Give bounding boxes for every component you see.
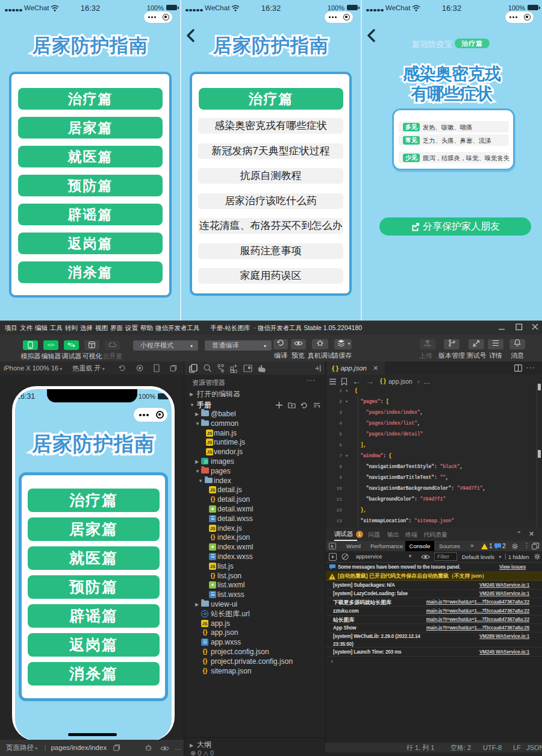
svg-text:居家防护指南: 居家防护指南 (31, 433, 155, 455)
svg-text:居家防护指南: 居家防护指南 (213, 35, 329, 56)
svg-text:有哪些症状: 有哪些症状 (411, 84, 493, 103)
svg-text:居家防护指南: 居家防护指南 (32, 35, 148, 56)
svg-text:感染奥密克戎: 感染奥密克戎 (402, 64, 501, 83)
